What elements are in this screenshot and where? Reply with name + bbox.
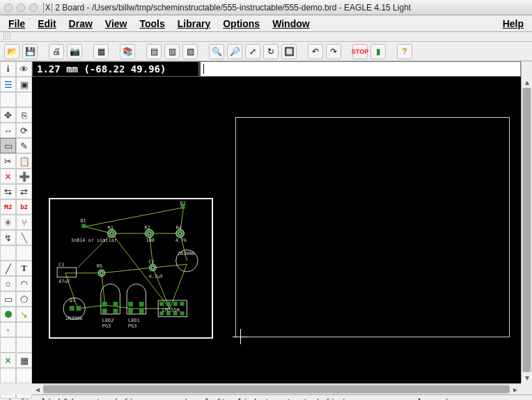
menu-help[interactable]: Help bbox=[503, 18, 524, 29]
grip-icon[interactable] bbox=[3, 32, 11, 40]
svg-rect-34 bbox=[77, 306, 81, 311]
text-icon: T bbox=[21, 263, 27, 274]
via-tool[interactable] bbox=[0, 307, 16, 322]
menu-bar: File Edit Draw View Tools Library Option… bbox=[0, 15, 532, 32]
mark-tool[interactable]: ▣ bbox=[16, 77, 32, 92]
svg-line-10 bbox=[152, 264, 187, 268]
circle-tool[interactable]: ○ bbox=[0, 276, 16, 291]
change-tool[interactable]: ✎ bbox=[16, 138, 32, 153]
script-button[interactable]: ▤ bbox=[146, 44, 162, 59]
zoom-in-button[interactable]: 🔎 bbox=[227, 44, 242, 59]
menu-options[interactable]: Options bbox=[223, 18, 260, 29]
menu-draw[interactable]: Draw bbox=[69, 18, 93, 29]
horizontal-scrollbar[interactable]: ◂ ▸ bbox=[32, 383, 521, 394]
rect-tool[interactable]: ▭ bbox=[0, 291, 16, 307]
lock-tool[interactable]: b2 bbox=[16, 199, 32, 215]
svg-text:LED2: LED2 bbox=[102, 318, 114, 323]
coordinate-display: 1.27 mm (-68.22 49.96) bbox=[32, 61, 199, 77]
script2-button[interactable]: ▧ bbox=[182, 44, 198, 59]
scroll-up-icon[interactable]: ▴ bbox=[522, 77, 532, 88]
window-controls bbox=[4, 3, 38, 12]
menu-library[interactable]: Library bbox=[178, 18, 210, 29]
redo-button[interactable]: ↷ bbox=[326, 44, 341, 59]
svg-text:47uF: 47uF bbox=[58, 279, 70, 284]
rotate-tool[interactable]: ⟳ bbox=[16, 123, 32, 138]
help-button[interactable]: ? bbox=[397, 44, 412, 59]
cam-button[interactable]: 📷 bbox=[67, 44, 82, 59]
scroll-left-icon[interactable]: ◂ bbox=[32, 384, 43, 394]
signal-icon: ↘ bbox=[20, 309, 28, 320]
undo-button[interactable]: ↶ bbox=[308, 44, 323, 59]
gateswap-tool[interactable]: ⇄ bbox=[16, 184, 32, 199]
display-tool[interactable]: ☰ bbox=[0, 77, 16, 92]
copy-tool[interactable]: ⎘ bbox=[16, 107, 32, 123]
zoom-redraw-icon: ↻ bbox=[267, 47, 274, 56]
ulp-button[interactable]: ▥ bbox=[164, 44, 180, 59]
scroll-right-icon[interactable]: ▸ bbox=[510, 384, 521, 394]
svg-rect-46 bbox=[180, 302, 185, 306]
polygon-icon: ⬠ bbox=[20, 294, 28, 305]
cut-icon: ✂ bbox=[4, 156, 12, 167]
svg-text:LM555N: LM555N bbox=[162, 307, 180, 313]
mirror-tool[interactable]: ↔ bbox=[0, 123, 16, 138]
menu-window[interactable]: Window bbox=[272, 18, 310, 29]
menu-view[interactable]: View bbox=[105, 18, 127, 29]
zoom-out-button[interactable]: ⤢ bbox=[245, 44, 260, 59]
menu-edit[interactable]: Edit bbox=[38, 18, 56, 29]
svg-text:C1: C1 bbox=[58, 262, 64, 268]
group-tool[interactable]: ▭ bbox=[0, 138, 16, 153]
info-tool[interactable]: i bbox=[0, 61, 16, 77]
arc-tool[interactable]: ◠ bbox=[16, 276, 32, 291]
auto-tool[interactable]: ▦ bbox=[16, 353, 32, 368]
menu-file[interactable]: File bbox=[8, 18, 25, 29]
save-icon: 💾 bbox=[25, 47, 36, 56]
zoom-select-button[interactable]: 🔲 bbox=[281, 44, 297, 59]
zoom-window-icon[interactable] bbox=[29, 3, 38, 12]
info-icon: i bbox=[7, 63, 10, 75]
minimize-window-icon[interactable] bbox=[17, 3, 25, 12]
move-tool[interactable]: ✥ bbox=[0, 107, 16, 123]
hole-tool[interactable]: ◦ bbox=[0, 322, 16, 337]
zoom-fit-button[interactable]: 🔍 bbox=[209, 44, 224, 59]
svg-point-30 bbox=[151, 266, 154, 269]
replace-tool[interactable]: R2 bbox=[0, 199, 16, 215]
zoom-redraw-button[interactable]: ↻ bbox=[263, 44, 279, 59]
board-editor-canvas[interactable]: D1 D2 1n814 or similar R1 R2 100 R4 4.7k… bbox=[32, 77, 521, 383]
lib-icon: 📚 bbox=[123, 47, 133, 56]
pinswap-tool[interactable]: ⇆ bbox=[0, 184, 16, 199]
delete-tool[interactable]: ✕ bbox=[0, 169, 16, 184]
signal-tool[interactable]: ↘ bbox=[16, 307, 32, 322]
show-tool[interactable]: 👁 bbox=[16, 61, 32, 77]
polygon-tool[interactable]: ⬠ bbox=[16, 291, 32, 307]
open-icon: 📂 bbox=[7, 47, 17, 56]
menu-tools[interactable]: Tools bbox=[139, 18, 164, 29]
text-tool[interactable]: T bbox=[16, 261, 32, 276]
command-line-input[interactable] bbox=[199, 61, 521, 77]
svg-text:LED1: LED1 bbox=[128, 318, 140, 323]
cut-tool[interactable]: ✂ bbox=[0, 153, 16, 169]
go-button[interactable]: ▮ bbox=[370, 44, 386, 59]
close-window-icon[interactable] bbox=[4, 3, 13, 12]
open-button[interactable]: 📂 bbox=[4, 44, 19, 59]
ratsnest-tool[interactable]: ✕ bbox=[0, 353, 16, 368]
smash-tool[interactable]: ✳ bbox=[0, 215, 16, 230]
optimize-tool[interactable]: ↯ bbox=[0, 230, 16, 245]
svg-line-17 bbox=[170, 264, 187, 309]
stop-button[interactable]: STOP bbox=[352, 44, 368, 59]
svg-text:4.7uF: 4.7uF bbox=[148, 274, 163, 279]
rotate-icon: ⟳ bbox=[20, 125, 28, 136]
scroll-down-icon[interactable]: ▾ bbox=[522, 372, 532, 383]
save-button[interactable]: 💾 bbox=[22, 44, 38, 59]
paste-tool[interactable]: 📋 bbox=[16, 153, 32, 169]
board-schematic-button[interactable]: ▦ bbox=[93, 44, 109, 59]
print-button[interactable]: 🖨 bbox=[49, 44, 64, 59]
split-tool[interactable]: ⑂ bbox=[16, 215, 32, 230]
zoom-select-icon: 🔲 bbox=[284, 47, 295, 56]
route-tool[interactable]: ╲ bbox=[16, 230, 32, 245]
route-icon: ╲ bbox=[22, 233, 27, 243]
zoom-out-icon: ⤢ bbox=[249, 47, 256, 56]
library-button[interactable]: 📚 bbox=[120, 44, 135, 59]
add-tool[interactable]: ➕ bbox=[16, 169, 32, 184]
vertical-scrollbar[interactable]: ▴ ▾ bbox=[521, 77, 532, 383]
wire-tool[interactable]: ╱ bbox=[0, 261, 16, 276]
